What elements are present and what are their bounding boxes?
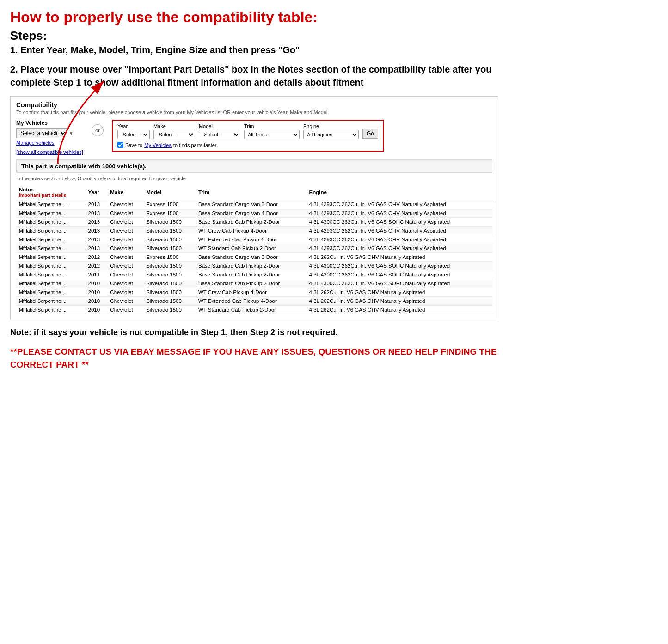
make-label: Make: [153, 123, 195, 129]
cell-year: 2012: [86, 253, 108, 262]
trim-field: Trim All Trims: [244, 123, 300, 139]
cell-engine: 4.3L 4300CC 262Cu. In. V6 GAS SOHC Natur…: [306, 262, 492, 270]
compat-controls-row: My Vehicles Select a vehicle ▼ Manage ve…: [16, 120, 492, 156]
cell-model: Silverado 1500: [143, 297, 196, 306]
table-row: Mfrlabel:Serpentine ... 2010 Chevrolet S…: [16, 306, 492, 314]
steps-label: Steps:: [10, 29, 498, 43]
cell-make: Chevrolet: [107, 306, 143, 314]
cell-engine: 4.3L 4300CC 262Cu. In. V6 GAS SOHC Natur…: [306, 270, 492, 279]
table-row: Mfrlabel:Serpentine ... 2012 Chevrolet S…: [16, 262, 492, 270]
year-field: Year -Select-: [117, 123, 150, 139]
cell-make: Chevrolet: [107, 288, 143, 297]
quantity-note: In the notes section below, Quantity ref…: [16, 176, 492, 181]
cell-notes: Mfrlabel:Serpentine ...: [16, 253, 86, 262]
col-header-year: Year: [86, 185, 108, 200]
col-header-notes: Notes Important part details: [16, 185, 86, 200]
cell-trim: WT Crew Cab Pickup 4-Door: [196, 227, 306, 235]
ymm-row: Year -Select- Make -Select- Model -Selec…: [117, 123, 378, 139]
cell-model: Silverado 1500: [143, 270, 196, 279]
table-row: Mfrlabel:Serpentine ... 2011 Chevrolet S…: [16, 270, 492, 279]
cell-engine: 4.3L 4293CC 262Cu. In. V6 GAS OHV Natura…: [306, 235, 492, 244]
model-field: Model -Select-: [199, 123, 240, 139]
cell-engine: 4.3L 4293CC 262Cu. In. V6 GAS OHV Natura…: [306, 227, 492, 235]
show-compatible-link[interactable]: [show all compatible vehicles]: [16, 149, 83, 155]
engine-field: Engine All Engines: [303, 123, 359, 139]
model-select[interactable]: -Select-: [199, 130, 240, 139]
vehicle-select[interactable]: Select a vehicle: [16, 128, 67, 138]
cell-year: 2013: [86, 200, 108, 209]
cell-engine: 4.3L 262Cu. In. V6 GAS OHV Naturally Asp…: [306, 297, 492, 306]
table-row: Mfrlabel:Serpentine ... 2010 Chevrolet S…: [16, 279, 492, 288]
cell-model: Silverado 1500: [143, 306, 196, 314]
cell-notes: Mfrlabel:Serpentine ...: [16, 227, 86, 235]
compatible-count: This part is compatible with 1000 vehicl…: [16, 159, 492, 173]
cell-year: 2013: [86, 209, 108, 218]
cell-engine: 4.3L 4300CC 262Cu. In. V6 GAS SOHC Natur…: [306, 279, 492, 288]
cell-trim: Base Standard Cargo Van 3-Door: [196, 200, 306, 209]
my-vehicles-save-link[interactable]: My Vehicles: [144, 142, 172, 148]
cell-notes: Mfrlabel:Serpentine ...: [16, 235, 86, 244]
step-1-text: 1. Enter Year, Make, Model, Trim, Engine…: [10, 45, 498, 55]
table-row: Mfrlabel:Serpentine ... 2013 Chevrolet S…: [16, 235, 492, 244]
cell-make: Chevrolet: [107, 253, 143, 262]
trim-label: Trim: [244, 123, 300, 129]
year-select[interactable]: -Select-: [117, 130, 150, 139]
cell-engine: 4.3L 262Cu. In. V6 GAS OHV Naturally Asp…: [306, 306, 492, 314]
cell-model: Silverado 1500: [143, 279, 196, 288]
my-vehicles-label: My Vehicles: [16, 120, 83, 126]
cell-year: 2010: [86, 288, 108, 297]
cell-make: Chevrolet: [107, 244, 143, 253]
my-vehicles-section: My Vehicles Select a vehicle ▼ Manage ve…: [16, 120, 83, 156]
cell-engine: 4.3L 4293CC 262Cu. In. V6 GAS OHV Natura…: [306, 200, 492, 209]
cell-make: Chevrolet: [107, 200, 143, 209]
make-field: Make -Select-: [153, 123, 195, 139]
cell-trim: WT Extended Cab Pickup 4-Door: [196, 235, 306, 244]
col-header-make: Make: [107, 185, 143, 200]
cell-year: 2013: [86, 227, 108, 235]
engine-select[interactable]: All Engines: [303, 130, 359, 139]
cell-trim: Base Standard Cargo Van 3-Door: [196, 253, 306, 262]
table-row: Mfrlabel:Serpentine ... 2012 Chevrolet E…: [16, 253, 492, 262]
cell-trim: WT Crew Cab Pickup 4-Door: [196, 288, 306, 297]
cell-make: Chevrolet: [107, 218, 143, 227]
cell-year: 2010: [86, 279, 108, 288]
cell-year: 2013: [86, 218, 108, 227]
trim-select[interactable]: All Trims: [244, 130, 300, 139]
cell-trim: Base Standard Cab Pickup 2-Door: [196, 262, 306, 270]
cell-notes: Mfrlabel:Serpentine....: [16, 209, 86, 218]
compat-subtitle: To confirm that this part fits your vehi…: [16, 110, 492, 115]
compat-title: Compatibility: [16, 101, 492, 109]
contact-section: **PLEASE CONTACT US VIA EBAY MESSAGE IF …: [10, 345, 498, 372]
cell-notes: Mfrlabel:Serpentine ...: [16, 288, 86, 297]
cell-year: 2013: [86, 235, 108, 244]
cell-year: 2010: [86, 297, 108, 306]
cell-trim: Base Standard Cargo Van 4-Door: [196, 209, 306, 218]
cell-trim: WT Standard Cab Pickup 2-Door: [196, 244, 306, 253]
engine-label: Engine: [303, 123, 359, 129]
cell-trim: WT Standard Cab Pickup 2-Door: [196, 306, 306, 314]
cell-model: Silverado 1500: [143, 235, 196, 244]
save-row: Save to My Vehicles to finds parts faste…: [117, 142, 378, 148]
cell-model: Express 1500: [143, 253, 196, 262]
table-row: Mfrlabel:Serpentine ... 2013 Chevrolet S…: [16, 227, 492, 235]
cell-model: Express 1500: [143, 209, 196, 218]
cell-year: 2011: [86, 270, 108, 279]
make-select[interactable]: -Select-: [153, 130, 195, 139]
cell-make: Chevrolet: [107, 297, 143, 306]
table-row: Mfrlabel:Serpentine ... 2013 Chevrolet S…: [16, 244, 492, 253]
save-text: Save to: [125, 142, 142, 148]
go-button[interactable]: Go: [362, 129, 378, 139]
cell-engine: 4.3L 4293CC 262Cu. In. V6 GAS OHV Natura…: [306, 209, 492, 218]
cell-model: Silverado 1500: [143, 262, 196, 270]
model-label: Model: [199, 123, 240, 129]
cell-model: Silverado 1500: [143, 244, 196, 253]
cell-make: Chevrolet: [107, 262, 143, 270]
manage-vehicles-link[interactable]: Manage vehicles: [16, 140, 83, 146]
table-row: Mfrlabel:Serpentine.... 2013 Chevrolet E…: [16, 209, 492, 218]
cell-engine: 4.3L 262Cu. In. V6 GAS OHV Naturally Asp…: [306, 253, 492, 262]
save-checkbox[interactable]: [117, 142, 123, 148]
cell-make: Chevrolet: [107, 270, 143, 279]
note-section: Note: if it says your vehicle is not com…: [10, 327, 498, 338]
cell-make: Chevrolet: [107, 227, 143, 235]
col-header-model: Model: [143, 185, 196, 200]
